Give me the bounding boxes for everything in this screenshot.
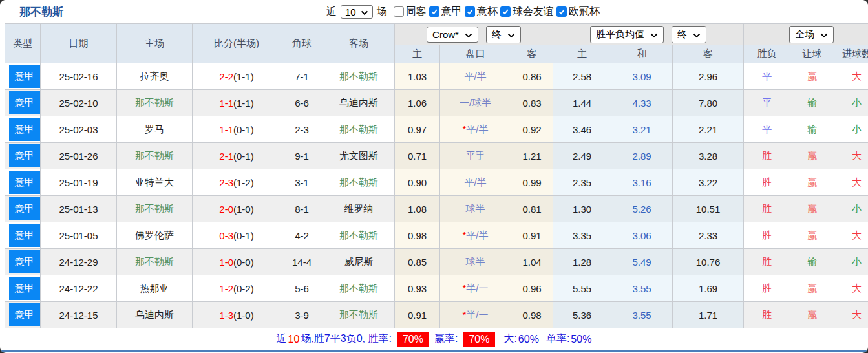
home-team-name: 乌迪内斯 bbox=[135, 309, 174, 320]
league-checkbox-champions[interactable]: 欧冠杯 bbox=[556, 5, 600, 19]
avg-away-cell: 1.71 bbox=[673, 302, 744, 328]
checked-checkbox-icon bbox=[556, 6, 567, 17]
handicap-name: 平/半 bbox=[464, 176, 486, 187]
goals-cell: 大 bbox=[834, 302, 868, 328]
home-team-name: 佛罗伦萨 bbox=[135, 230, 174, 241]
handicap-name: 球半 bbox=[466, 256, 485, 267]
scope-select[interactable]: 全场 bbox=[789, 26, 834, 43]
avg-home-cell: 1.30 bbox=[553, 196, 611, 222]
footer-yin-label: 赢率: bbox=[434, 332, 458, 346]
avg-type-select[interactable]: 胜平负均值 bbox=[590, 26, 664, 43]
match-row: 意甲 24-12-29 那不勒斯 1-0(0-0) 14-4 威尼斯 0.85 … bbox=[5, 249, 868, 275]
avg-draw-cell: 3.21 bbox=[611, 116, 673, 143]
date-cell: 24-12-15 bbox=[41, 302, 117, 328]
goals-value: 大 bbox=[852, 283, 862, 294]
league-cell: 意甲 bbox=[5, 90, 41, 116]
match-row: 意甲 25-01-13 那不勒斯 2-0(1-0) 8-1 维罗纳 1.08 球… bbox=[5, 196, 868, 222]
recent-count-select[interactable]: 10 bbox=[341, 5, 373, 19]
goals-value: 小 bbox=[852, 203, 862, 214]
goals-cell: 小 bbox=[834, 196, 868, 222]
handicap-result-value: 赢 bbox=[807, 70, 817, 81]
avg-away-cell: 2.96 bbox=[673, 63, 744, 90]
away-team-cell: 那不勒斯 bbox=[323, 169, 395, 196]
league-checkbox-friendly[interactable]: 球会友谊 bbox=[500, 5, 554, 19]
avg-draw-cell: 3.09 bbox=[611, 63, 673, 90]
match-row: 意甲 25-02-10 那不勒斯 1-1(1-1) 6-6 乌迪内斯 1.06 … bbox=[5, 90, 868, 116]
odds-away-cell: 0.98 bbox=[511, 302, 553, 328]
filter-controls: 近 10 场 同客 意甲 意杯 球会友谊 bbox=[326, 0, 602, 23]
home-team-cell: 罗马 bbox=[117, 116, 193, 143]
handicap-cell: 一/球半 bbox=[440, 90, 511, 116]
away-team-name: 那不勒斯 bbox=[339, 70, 378, 81]
handicap-result-value: 输 bbox=[807, 97, 817, 108]
result-value: 平 bbox=[762, 123, 772, 134]
footer-count: 10 bbox=[288, 334, 300, 345]
avg-time-value: 终 bbox=[677, 28, 687, 41]
half-time-score: (1-2) bbox=[233, 177, 254, 188]
goals-value: 大 bbox=[852, 176, 862, 187]
avg-time-select[interactable]: 终 bbox=[672, 26, 706, 43]
goals-cell: 大 bbox=[834, 63, 868, 90]
half-time-score: (0-0) bbox=[233, 257, 254, 268]
full-time-score: 1-0 bbox=[219, 257, 233, 268]
bottom-divider bbox=[0, 350, 868, 352]
handicap-result-value: 赢 bbox=[807, 150, 817, 161]
score-cell: 1-0(0-0) bbox=[193, 249, 281, 275]
avg-draw-cell: 4.33 bbox=[611, 90, 673, 116]
date-cell: 25-01-05 bbox=[41, 222, 117, 249]
home-team-cell: 那不勒斯 bbox=[117, 196, 193, 222]
handicap-result-value: 赢 bbox=[807, 203, 817, 214]
half-time-score: (1-0) bbox=[233, 204, 254, 215]
away-team-name: 那不勒斯 bbox=[339, 283, 378, 294]
odds-home-cell: 0.93 bbox=[395, 275, 440, 302]
odds-source-select[interactable]: Crow* bbox=[427, 27, 478, 43]
match-row: 意甲 25-01-05 佛罗伦萨 0-3(0-1) 4-2 那不勒斯 0.98 … bbox=[5, 222, 868, 249]
match-row: 意甲 24-12-22 热那亚 1-2(0-2) 5-6 那不勒斯 0.93 *… bbox=[5, 275, 868, 302]
league-cell: 意甲 bbox=[5, 275, 41, 302]
avg-draw-cell: 5.49 bbox=[611, 249, 673, 275]
odds-away-cell: 0.86 bbox=[511, 63, 553, 90]
goals-cell: 大 bbox=[834, 143, 868, 169]
handicap-result-value: 输 bbox=[807, 123, 817, 134]
footer-big-label: 大: bbox=[503, 332, 516, 346]
away-team-name: 威尼斯 bbox=[344, 256, 374, 267]
odds-source-value: Crow* bbox=[432, 29, 459, 40]
odds-away-cell: 0.96 bbox=[511, 275, 553, 302]
handicap-cell: *半/一 bbox=[440, 302, 511, 328]
subheader-handicap: 盘口 bbox=[440, 45, 511, 63]
footer-single-rate: 50% bbox=[571, 334, 591, 345]
goals-value: 小 bbox=[852, 123, 862, 134]
league-cell: 意甲 bbox=[5, 143, 41, 169]
subheader-avg-draw: 和 bbox=[611, 45, 673, 63]
score-cell: 2-0(1-0) bbox=[193, 196, 281, 222]
handicap-result-cell: 赢 bbox=[790, 196, 834, 222]
same-away-checkbox[interactable]: 同客 bbox=[394, 5, 427, 19]
odds-away-cell: 0.81 bbox=[511, 196, 553, 222]
odds-home-cell: 0.85 bbox=[395, 249, 440, 275]
score-cell: 2-1(0-1) bbox=[193, 143, 281, 169]
match-stats-panel: 那不勒斯 近 10 场 同客 意甲 意杯 球会友谊 bbox=[0, 0, 868, 353]
odds-time-select[interactable]: 终 bbox=[486, 26, 521, 43]
col-header-corners: 角球 bbox=[281, 24, 323, 63]
result-value: 胜 bbox=[762, 283, 772, 294]
col-header-home: 主场 bbox=[117, 24, 193, 63]
full-time-score: 2-3 bbox=[219, 177, 233, 188]
dropdown-header-row: 类型 日期 主场 比分(半场) 角球 客场 Crow* 终 bbox=[5, 24, 868, 45]
half-time-score: (0-1) bbox=[233, 230, 254, 241]
corners-cell: 3-1 bbox=[281, 169, 323, 196]
league-checkbox-coppa-italia[interactable]: 意杯 bbox=[465, 5, 498, 19]
handicap-result-value: 赢 bbox=[807, 176, 817, 187]
result-cell: 胜 bbox=[744, 143, 790, 169]
result-cell: 平 bbox=[744, 63, 790, 90]
league-cell: 意甲 bbox=[5, 169, 41, 196]
date-cell: 24-12-22 bbox=[41, 275, 117, 302]
avg-home-cell: 1.44 bbox=[553, 90, 611, 116]
odds-home-cell: 0.90 bbox=[395, 169, 440, 196]
score-cell: 1-3(1-0) bbox=[193, 302, 281, 328]
league-badge: 意甲 bbox=[9, 303, 41, 326]
date-cell: 24-12-29 bbox=[41, 249, 117, 275]
subheader-avg-home: 主 bbox=[553, 45, 611, 63]
league-checkbox-serie-a[interactable]: 意甲 bbox=[429, 5, 462, 19]
odds-time-value: 终 bbox=[492, 28, 502, 41]
date-cell: 25-01-19 bbox=[41, 169, 117, 196]
